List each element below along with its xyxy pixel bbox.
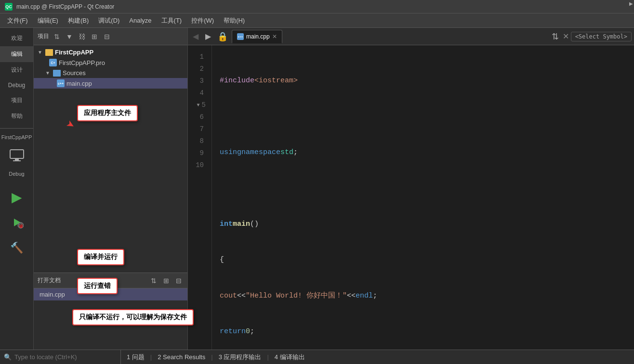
menu-edit[interactable]: 编辑(E) (33, 14, 63, 27)
tree-root-item[interactable]: ▼ FirstCppAPP (34, 47, 187, 57)
locate-input[interactable] (14, 353, 117, 361)
line-num-10: 10 (188, 159, 208, 171)
code-line-1: #include <iostream> (220, 75, 626, 87)
status-compile-output-label: 4 编译输出 (275, 353, 305, 362)
menu-file[interactable]: 文件(F) (2, 14, 33, 27)
docs-add-btn[interactable]: ⊞ (161, 276, 171, 286)
panel-link-btn[interactable]: ⛓ (77, 32, 87, 41)
lock-icon: 🔒 (217, 31, 228, 42)
tree-sources-item[interactable]: ▼ Sources (34, 68, 187, 78)
tab-label: main.cpp (246, 33, 270, 40)
line-num-9: 9 (188, 147, 208, 159)
svg-rect-1 (15, 158, 19, 160)
mode-welcome[interactable]: 欢迎 (0, 30, 33, 46)
mode-edit[interactable]: 编辑 (0, 46, 33, 62)
mode-project[interactable]: 项目 (0, 92, 33, 108)
tree-pro-item[interactable]: C+ FirstCppAPP.pro (34, 57, 187, 68)
status-search-label: 2 Search Results (158, 353, 205, 361)
main-layout: 欢迎 编辑 设计 Debug 项目 帮助 FirstCppAPP ▶ Debug… (0, 28, 634, 350)
line-num-7: 7 (188, 123, 208, 135)
tree-arrow-sources: ▼ (45, 70, 51, 76)
line-num-8: 8 (188, 135, 208, 147)
panel-add-btn[interactable]: ⊞ (90, 32, 99, 41)
left-panel: 项目 ⇅ ▼ ⛓ ⊞ ⊟ ▼ FirstCppAPP C+ FirstCppAP… (34, 28, 188, 350)
annotation-debug-run: 运行查错 (77, 278, 118, 294)
docs-collapse-btn[interactable]: ⊟ (174, 276, 184, 286)
panel-sort-btn[interactable]: ⇅ (52, 32, 62, 41)
code-content[interactable]: #include <iostream> using namespace std;… (212, 45, 634, 350)
line-num-6: 6 (188, 111, 208, 123)
mode-sidebar: 欢迎 编辑 设计 Debug 项目 帮助 FirstCppAPP ▶ Debug… (0, 28, 34, 350)
menu-analyze[interactable]: Analyze (124, 15, 156, 26)
tree-maincpp-label: main.cpp (66, 80, 92, 87)
menu-tools[interactable]: 工具(T) (157, 14, 187, 27)
line-num-2: 2 (188, 63, 208, 75)
nav-forward-btn[interactable]: ▶ (203, 31, 213, 42)
status-app-output-label: 3 应用程序输出 (219, 353, 262, 362)
tree-arrow-root: ▼ (38, 50, 43, 55)
project-panel-title: 项目 (38, 32, 49, 40)
editor-tabs: ◀ ▶ 🔒 c++ main.cpp ✕ ⇅ ✕ <Select Symbol> (188, 28, 634, 45)
panel-collapse-btn[interactable]: ⊟ (102, 32, 112, 41)
pro-file-icon: C+ (49, 59, 57, 66)
app-label: FirstCppAPP (0, 132, 33, 142)
nav-back-btn[interactable]: ◀ (190, 31, 201, 42)
run-button[interactable]: ▶ (5, 143, 29, 168)
tab-sort-icon: ⇅ (552, 31, 559, 42)
editor-wrapper: ◀ ▶ 🔒 c++ main.cpp ✕ ⇅ ✕ <Select Symbol>… (188, 28, 634, 350)
close-editor-btn[interactable]: ✕ (563, 32, 569, 41)
line-numbers: 1 2 3 4 ▼5 6 7 8 9 10 (188, 45, 212, 350)
menu-help[interactable]: 帮助(H) (219, 14, 250, 27)
tree-pro-label: FirstCppAPP.pro (59, 59, 105, 66)
qt-logo-icon: QC (5, 3, 13, 11)
status-app-output[interactable]: 3 应用程序输出 (213, 350, 267, 364)
status-problems[interactable]: 1 问题 (121, 350, 150, 364)
code-line-5: int main() (220, 219, 626, 231)
build-button[interactable]: 🔨 (5, 236, 29, 260)
mode-design[interactable]: 设计 (0, 62, 33, 78)
cpp-file-icon: c++ (57, 79, 65, 87)
code-line-7: cout << "Hello World! 你好中国！" << endl; (220, 290, 626, 302)
play-run-button[interactable]: ▶ (5, 185, 29, 209)
svg-rect-0 (10, 150, 24, 158)
folder-icon-sources (53, 70, 61, 77)
status-search[interactable]: 2 Search Results (152, 350, 211, 364)
folder-icon-root (45, 49, 53, 56)
code-line-8: return 0; (220, 326, 626, 338)
menu-widgets[interactable]: 控件(W) (186, 14, 219, 27)
status-items: 1 问题 | 2 Search Results | 3 应用程序输出 | 4 编… (120, 350, 634, 364)
menu-build[interactable]: 构建(B) (63, 14, 93, 27)
line-num-5: ▼5 (188, 99, 208, 111)
line-num-3: 3 (188, 75, 208, 87)
tree-root-label: FirstCppAPP (55, 49, 93, 56)
svg-rect-2 (13, 160, 21, 161)
hammer-icon: 🔨 (10, 242, 23, 254)
locate-bar: 🔍 (0, 353, 120, 361)
tree-maincpp-item[interactable]: c++ main.cpp (34, 78, 187, 89)
menu-debug[interactable]: 调试(D) (93, 14, 124, 27)
play-icon: ▶ (12, 189, 22, 205)
mode-help[interactable]: 帮助 (0, 108, 33, 124)
code-line-2 (220, 111, 626, 123)
docs-sort-btn[interactable]: ⇅ (149, 276, 158, 286)
panel-filter-btn[interactable]: ▼ (65, 32, 74, 41)
code-line-4 (220, 182, 626, 195)
menu-bar: 文件(F) 编辑(E) 构建(B) 调试(D) Analyze 工具(T) 控件… (0, 13, 634, 28)
file-tree: ▼ FirstCppAPP C+ FirstCppAPP.pro ▼ Sourc… (34, 45, 187, 273)
line-num-1: 1 (188, 51, 208, 63)
debug-run-button[interactable]: 🐞 (5, 210, 29, 234)
status-compile-output[interactable]: 4 编译输出 (269, 350, 311, 364)
editor-tab-maincpp[interactable]: c++ main.cpp ✕ (232, 30, 282, 43)
code-line-6: { (220, 254, 626, 266)
code-editor[interactable]: 1 2 3 4 ▼5 6 7 8 9 10 #include <iostream… (188, 45, 634, 350)
annotation-main-file: 应用程序主文件 (77, 105, 138, 121)
mode-debug[interactable]: Debug (0, 78, 33, 92)
select-symbol-dropdown[interactable]: <Select Symbol> (571, 32, 632, 41)
tree-sources-label: Sources (63, 69, 86, 77)
debug-label: Debug (0, 169, 33, 179)
tab-cpp-icon: c++ (237, 33, 244, 40)
tab-close-btn[interactable]: ✕ (272, 33, 277, 40)
window-title: main.cpp @ FirstCppAPP - Qt Creator (16, 3, 114, 10)
svg-text:🐞: 🐞 (18, 222, 24, 229)
debug-play-icon: 🐞 (10, 216, 24, 229)
